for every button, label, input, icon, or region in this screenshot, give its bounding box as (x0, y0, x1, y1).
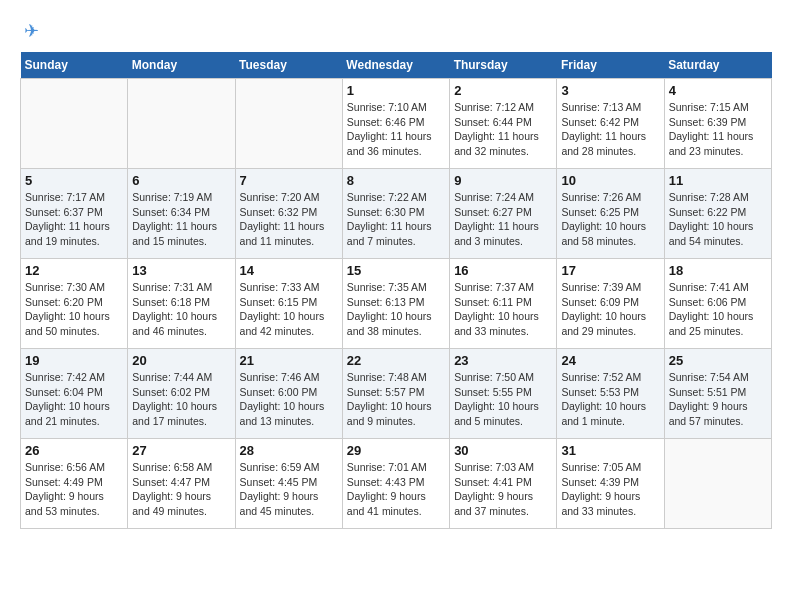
day-info: Sunrise: 7:26 AM Sunset: 6:25 PM Dayligh… (561, 190, 659, 249)
day-info: Sunrise: 7:44 AM Sunset: 6:02 PM Dayligh… (132, 370, 230, 429)
week-row-5: 26Sunrise: 6:56 AM Sunset: 4:49 PM Dayli… (21, 439, 772, 529)
calendar-cell: 25Sunrise: 7:54 AM Sunset: 5:51 PM Dayli… (664, 349, 771, 439)
calendar-table: SundayMondayTuesdayWednesdayThursdayFrid… (20, 52, 772, 529)
day-number: 3 (561, 83, 659, 98)
day-number: 27 (132, 443, 230, 458)
calendar-cell (21, 79, 128, 169)
calendar-cell: 5Sunrise: 7:17 AM Sunset: 6:37 PM Daylig… (21, 169, 128, 259)
day-number: 1 (347, 83, 445, 98)
day-info: Sunrise: 7:10 AM Sunset: 6:46 PM Dayligh… (347, 100, 445, 159)
day-number: 7 (240, 173, 338, 188)
day-info: Sunrise: 7:17 AM Sunset: 6:37 PM Dayligh… (25, 190, 123, 249)
calendar-cell: 8Sunrise: 7:22 AM Sunset: 6:30 PM Daylig… (342, 169, 449, 259)
calendar-cell: 13Sunrise: 7:31 AM Sunset: 6:18 PM Dayli… (128, 259, 235, 349)
calendar-cell (235, 79, 342, 169)
day-info: Sunrise: 7:39 AM Sunset: 6:09 PM Dayligh… (561, 280, 659, 339)
calendar-cell: 17Sunrise: 7:39 AM Sunset: 6:09 PM Dayli… (557, 259, 664, 349)
day-number: 15 (347, 263, 445, 278)
day-info: Sunrise: 7:03 AM Sunset: 4:41 PM Dayligh… (454, 460, 552, 519)
day-header-monday: Monday (128, 52, 235, 79)
calendar-cell: 19Sunrise: 7:42 AM Sunset: 6:04 PM Dayli… (21, 349, 128, 439)
day-number: 16 (454, 263, 552, 278)
day-info: Sunrise: 6:59 AM Sunset: 4:45 PM Dayligh… (240, 460, 338, 519)
day-info: Sunrise: 7:48 AM Sunset: 5:57 PM Dayligh… (347, 370, 445, 429)
day-number: 11 (669, 173, 767, 188)
day-info: Sunrise: 7:30 AM Sunset: 6:20 PM Dayligh… (25, 280, 123, 339)
calendar-cell: 21Sunrise: 7:46 AM Sunset: 6:00 PM Dayli… (235, 349, 342, 439)
day-number: 29 (347, 443, 445, 458)
calendar-cell: 24Sunrise: 7:52 AM Sunset: 5:53 PM Dayli… (557, 349, 664, 439)
day-info: Sunrise: 7:33 AM Sunset: 6:15 PM Dayligh… (240, 280, 338, 339)
calendar-cell: 28Sunrise: 6:59 AM Sunset: 4:45 PM Dayli… (235, 439, 342, 529)
logo: ✈ (20, 20, 39, 42)
day-number: 24 (561, 353, 659, 368)
day-info: Sunrise: 7:50 AM Sunset: 5:55 PM Dayligh… (454, 370, 552, 429)
day-header-thursday: Thursday (450, 52, 557, 79)
calendar-cell: 22Sunrise: 7:48 AM Sunset: 5:57 PM Dayli… (342, 349, 449, 439)
day-info: Sunrise: 7:42 AM Sunset: 6:04 PM Dayligh… (25, 370, 123, 429)
day-number: 25 (669, 353, 767, 368)
day-info: Sunrise: 7:05 AM Sunset: 4:39 PM Dayligh… (561, 460, 659, 519)
calendar-cell (128, 79, 235, 169)
day-number: 8 (347, 173, 445, 188)
day-number: 18 (669, 263, 767, 278)
day-number: 14 (240, 263, 338, 278)
calendar-cell: 31Sunrise: 7:05 AM Sunset: 4:39 PM Dayli… (557, 439, 664, 529)
day-header-wednesday: Wednesday (342, 52, 449, 79)
day-header-saturday: Saturday (664, 52, 771, 79)
day-number: 22 (347, 353, 445, 368)
day-number: 12 (25, 263, 123, 278)
calendar-cell: 3Sunrise: 7:13 AM Sunset: 6:42 PM Daylig… (557, 79, 664, 169)
day-header-friday: Friday (557, 52, 664, 79)
week-row-1: 1Sunrise: 7:10 AM Sunset: 6:46 PM Daylig… (21, 79, 772, 169)
day-info: Sunrise: 6:56 AM Sunset: 4:49 PM Dayligh… (25, 460, 123, 519)
day-number: 4 (669, 83, 767, 98)
day-info: Sunrise: 7:35 AM Sunset: 6:13 PM Dayligh… (347, 280, 445, 339)
day-number: 19 (25, 353, 123, 368)
calendar-cell: 11Sunrise: 7:28 AM Sunset: 6:22 PM Dayli… (664, 169, 771, 259)
calendar-cell: 10Sunrise: 7:26 AM Sunset: 6:25 PM Dayli… (557, 169, 664, 259)
day-number: 6 (132, 173, 230, 188)
calendar-cell: 6Sunrise: 7:19 AM Sunset: 6:34 PM Daylig… (128, 169, 235, 259)
calendar-cell: 18Sunrise: 7:41 AM Sunset: 6:06 PM Dayli… (664, 259, 771, 349)
calendar-cell: 2Sunrise: 7:12 AM Sunset: 6:44 PM Daylig… (450, 79, 557, 169)
day-number: 30 (454, 443, 552, 458)
day-number: 5 (25, 173, 123, 188)
day-info: Sunrise: 7:20 AM Sunset: 6:32 PM Dayligh… (240, 190, 338, 249)
day-header-tuesday: Tuesday (235, 52, 342, 79)
day-info: Sunrise: 7:41 AM Sunset: 6:06 PM Dayligh… (669, 280, 767, 339)
calendar-cell: 4Sunrise: 7:15 AM Sunset: 6:39 PM Daylig… (664, 79, 771, 169)
calendar-cell: 26Sunrise: 6:56 AM Sunset: 4:49 PM Dayli… (21, 439, 128, 529)
calendar-cell: 16Sunrise: 7:37 AM Sunset: 6:11 PM Dayli… (450, 259, 557, 349)
day-number: 26 (25, 443, 123, 458)
week-row-4: 19Sunrise: 7:42 AM Sunset: 6:04 PM Dayli… (21, 349, 772, 439)
day-info: Sunrise: 7:54 AM Sunset: 5:51 PM Dayligh… (669, 370, 767, 429)
calendar-cell: 30Sunrise: 7:03 AM Sunset: 4:41 PM Dayli… (450, 439, 557, 529)
calendar-cell: 15Sunrise: 7:35 AM Sunset: 6:13 PM Dayli… (342, 259, 449, 349)
day-info: Sunrise: 7:01 AM Sunset: 4:43 PM Dayligh… (347, 460, 445, 519)
day-info: Sunrise: 7:37 AM Sunset: 6:11 PM Dayligh… (454, 280, 552, 339)
calendar-cell: 20Sunrise: 7:44 AM Sunset: 6:02 PM Dayli… (128, 349, 235, 439)
calendar-cell: 7Sunrise: 7:20 AM Sunset: 6:32 PM Daylig… (235, 169, 342, 259)
day-info: Sunrise: 7:31 AM Sunset: 6:18 PM Dayligh… (132, 280, 230, 339)
day-info: Sunrise: 7:46 AM Sunset: 6:00 PM Dayligh… (240, 370, 338, 429)
day-info: Sunrise: 7:13 AM Sunset: 6:42 PM Dayligh… (561, 100, 659, 159)
day-number: 9 (454, 173, 552, 188)
week-row-2: 5Sunrise: 7:17 AM Sunset: 6:37 PM Daylig… (21, 169, 772, 259)
calendar-cell (664, 439, 771, 529)
calendar-cell: 9Sunrise: 7:24 AM Sunset: 6:27 PM Daylig… (450, 169, 557, 259)
calendar-cell: 27Sunrise: 6:58 AM Sunset: 4:47 PM Dayli… (128, 439, 235, 529)
day-number: 13 (132, 263, 230, 278)
day-number: 17 (561, 263, 659, 278)
calendar-cell: 14Sunrise: 7:33 AM Sunset: 6:15 PM Dayli… (235, 259, 342, 349)
day-number: 2 (454, 83, 552, 98)
day-number: 31 (561, 443, 659, 458)
day-info: Sunrise: 7:19 AM Sunset: 6:34 PM Dayligh… (132, 190, 230, 249)
calendar-cell: 12Sunrise: 7:30 AM Sunset: 6:20 PM Dayli… (21, 259, 128, 349)
day-info: Sunrise: 7:12 AM Sunset: 6:44 PM Dayligh… (454, 100, 552, 159)
calendar-cell: 1Sunrise: 7:10 AM Sunset: 6:46 PM Daylig… (342, 79, 449, 169)
day-info: Sunrise: 6:58 AM Sunset: 4:47 PM Dayligh… (132, 460, 230, 519)
day-info: Sunrise: 7:24 AM Sunset: 6:27 PM Dayligh… (454, 190, 552, 249)
page-header: ✈ (20, 20, 772, 42)
days-header-row: SundayMondayTuesdayWednesdayThursdayFrid… (21, 52, 772, 79)
